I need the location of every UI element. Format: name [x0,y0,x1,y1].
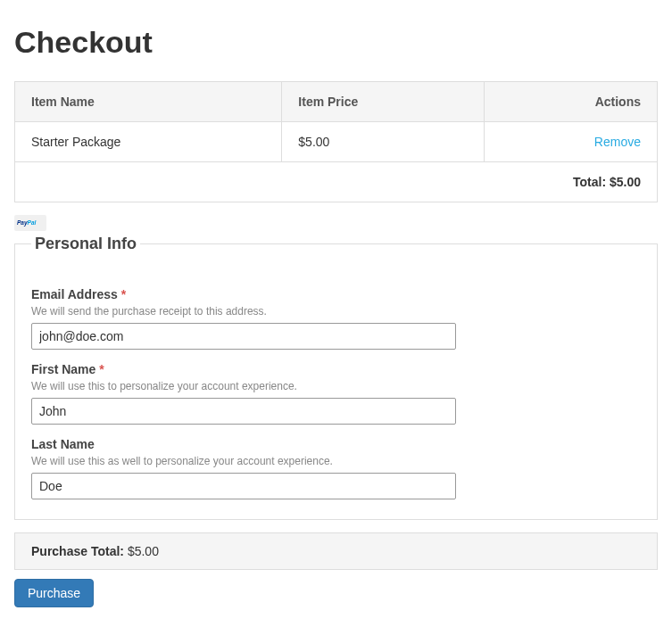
col-actions: Actions [484,82,657,122]
cart-total-label: Total: [573,175,606,189]
col-item-name: Item Name [15,82,282,122]
last-name-label: Last Name [31,437,641,451]
last-name-field[interactable] [31,473,456,499]
cart-total-value: $5.00 [610,175,641,189]
personal-info-fieldset: Personal Info Email Address * We will se… [14,235,658,520]
purchase-total-value: $5.00 [128,544,159,558]
purchase-button[interactable]: Purchase [14,579,94,607]
remove-link[interactable]: Remove [594,135,641,149]
svg-text:PayPal: PayPal [17,219,37,227]
cell-item-price: $5.00 [282,122,484,162]
email-label: Email Address * [31,287,641,301]
last-name-help: We will use this as well to personalize … [31,455,641,467]
paypal-icon: PayPal [14,215,46,231]
purchase-total-bar: Purchase Total: $5.00 [14,532,658,570]
email-required: * [121,287,126,301]
col-item-price: Item Price [282,82,484,122]
first-name-help: We will use this to personalize your acc… [31,380,641,392]
page-title: Checkout [14,25,658,60]
first-name-required: * [99,362,104,376]
first-name-field[interactable] [31,398,456,425]
table-row: Starter Package $5.00 Remove [15,122,658,162]
first-name-label: First Name * [31,362,641,376]
email-help: We will send the purchase receipt to thi… [31,305,641,318]
email-field[interactable] [31,323,456,350]
purchase-total-label: Purchase Total: [31,544,124,558]
personal-info-legend: Personal Info [31,235,140,253]
cell-item-name: Starter Package [15,122,282,162]
cart-table: Item Name Item Price Actions Starter Pac… [14,81,658,202]
cart-total-row: Total: $5.00 [15,162,658,202]
